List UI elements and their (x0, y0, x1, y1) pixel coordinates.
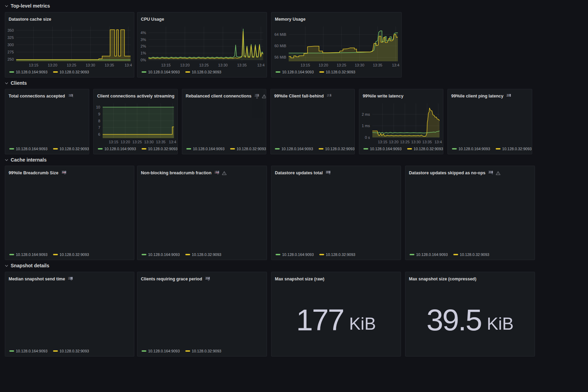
panel-header[interactable]: CPU Usage (137, 12, 267, 24)
legend-item[interactable]: 10.128.0.32:9093 (185, 252, 221, 257)
chart-area[interactable] (5, 177, 134, 251)
panel-header[interactable]: Total connections accepted 00.0050.010.0… (5, 89, 89, 101)
legend-item[interactable]: 10.128.0.32:9093 (53, 70, 89, 74)
panel-header[interactable]: Datastore updates total 024681013:1513:2… (271, 166, 401, 177)
svg-text:7: 7 (98, 125, 100, 130)
svg-text:13:4: 13:4 (169, 140, 176, 144)
chart-area[interactable] (405, 177, 535, 251)
warning-icon[interactable]: 00.0050.010.0150.0213:2013:3013:4 (68, 94, 73, 99)
legend-label: 10.128.0.32:9093 (60, 349, 89, 353)
section-header-top-level-metrics[interactable]: Top-level metrics (5, 3, 50, 9)
panel-header[interactable]: 99%ile Breadcrumb Size 02040608010013:15… (5, 166, 134, 177)
info-icon[interactable]: 024681013:1513:2013:2513:3013:3513:4 (326, 171, 330, 175)
panel-header[interactable]: 99%ile write latency (359, 89, 443, 101)
legend-item[interactable]: 10.128.0.164:9093 (142, 70, 180, 74)
chart-area[interactable]: 0 s1 ms2 ms13:1513:2013:2513:3013:3513:4 (359, 101, 443, 145)
info-icon[interactable]: 0 s5 ms10 ms15 ms20 ms25 ms30 ms13:1513:… (68, 277, 73, 281)
panel-header[interactable]: Clients requiring grace period 020406080… (137, 272, 267, 283)
chart-area[interactable]: 67891013:1513:2013:2513:3013:3513:4 (94, 101, 177, 145)
legend-item[interactable]: 10.128.0.32:9093 (185, 70, 221, 74)
info-icon[interactable]: 0%20%40%60%80%100%13:1513:2013:2513:3013… (215, 171, 219, 175)
panel-header[interactable]: Non-blocking breadcrumb fraction 0%20%40… (137, 166, 267, 177)
section-header-snapshot-details[interactable]: Snapshot details (5, 262, 49, 269)
legend-item[interactable]: 10.128.0.32:9093 (53, 349, 89, 353)
panel-header[interactable]: Max snapshot size (compressed) (405, 272, 535, 283)
panel-header[interactable]: Rebalanced client connenctions 020406080… (182, 89, 266, 101)
panel-header[interactable]: Datastore updates skipped as no-ops 00.5… (405, 166, 535, 177)
panel-header[interactable]: Max snapshot size (raw) (271, 272, 401, 283)
svg-text:13:25: 13:25 (337, 63, 346, 67)
legend-item[interactable]: 10.128.0.32:9093 (185, 349, 221, 353)
info-icon[interactable]: 00.511.522.533.513:1513:2013:2513:3013:3… (488, 171, 493, 175)
chart-area[interactable] (271, 177, 401, 251)
section-header-clients[interactable]: Clients (5, 80, 27, 86)
panel-header[interactable]: Memory Usage (271, 12, 401, 24)
legend-swatch (407, 148, 412, 149)
legend-item[interactable]: 10.128.0.164:9093 (98, 147, 136, 151)
chart-area[interactable] (182, 101, 266, 145)
chart-area[interactable]: 56 MiB60 MiB64 MiB13:1513:2013:2513:3013… (271, 24, 401, 68)
info-icon[interactable]: 2 ms4 ms6 ms13:1513:2013:2513:3013:3513:… (506, 94, 511, 99)
legend-item[interactable]: 10.128.0.32:9093 (453, 252, 489, 257)
chart-area[interactable] (137, 177, 267, 251)
svg-text:4%: 4% (141, 31, 146, 35)
legend-item[interactable]: 10.128.0.32:9093 (142, 147, 178, 151)
panel-header[interactable]: Datastore cache size (5, 12, 134, 24)
legend: 10.128.0.164:9093 10.128.0.32:9093 (271, 68, 401, 77)
svg-text:13:4: 13:4 (68, 277, 73, 280)
chart-area[interactable]: 0%1%2%3%4%13:1513:2013:2513:3013:3513:4 (137, 24, 267, 68)
svg-text:13:30: 13:30 (86, 63, 95, 67)
info-icon[interactable]: 02040608010013:2013:3013:4Number of drop… (255, 94, 259, 99)
panel-header[interactable]: Median snapshot send time 0 s5 ms10 ms15… (5, 272, 134, 283)
chart-area[interactable] (5, 101, 89, 145)
legend-item[interactable]: 10.128.0.164:9093 (9, 252, 48, 257)
legend-item[interactable]: 10.128.0.32:9093 (53, 252, 89, 257)
warning-icon[interactable] (222, 171, 227, 175)
legend-item[interactable]: 10.128.0.164:9093 (142, 252, 180, 257)
chevron-down-icon (5, 4, 8, 8)
panel-header[interactable]: 99%ile client ping latency 2 ms4 ms6 ms1… (448, 89, 532, 101)
stat-value: 177 (296, 305, 344, 335)
legend-swatch (53, 350, 58, 352)
legend-item[interactable]: 10.128.0.164:9093 (276, 70, 314, 74)
warning-icon[interactable] (496, 171, 501, 175)
legend-item[interactable]: 10.128.0.164:9093 (363, 147, 402, 151)
svg-text:9: 9 (98, 112, 100, 116)
legend-item[interactable]: 10.128.0.164:9093 (410, 252, 448, 257)
info-icon[interactable]: 0 s200 µs400 µs600 µs13:2013:3013:4 (327, 94, 331, 99)
panel-header-icons: 0%20%40%60%80%100%13:1513:2013:2513:3013… (215, 171, 227, 175)
legend-item[interactable]: 10.128.0.32:9093 (407, 147, 443, 151)
legend: 10.128.0.164:9093 10.128.0.32:9093 (271, 251, 401, 260)
chart-area[interactable] (137, 283, 267, 347)
svg-text:13:15: 13:15 (29, 63, 39, 67)
info-icon[interactable]: 02040608010013:1513:2013:2513:3013:3513:… (205, 277, 210, 281)
chart-area[interactable] (271, 101, 354, 145)
svg-text:13:15: 13:15 (109, 140, 118, 144)
panel-header[interactable]: 99%ile Client fall-behind 0 s200 µs400 µ… (271, 89, 354, 101)
svg-text:13:35: 13:35 (156, 140, 166, 144)
panel-header[interactable]: Client connections actively streaming (94, 89, 177, 101)
legend-item[interactable]: 10.128.0.164:9093 (9, 70, 48, 74)
panel-99-ile-client-fall-behind: 99%ile Client fall-behind 0 s200 µs400 µ… (270, 89, 355, 154)
legend-item[interactable]: 10.128.0.164:9093 (9, 349, 48, 353)
panel-title: 99%ile client ping latency (451, 94, 503, 99)
legend-item[interactable]: 10.128.0.164:9093 (276, 252, 314, 257)
legend-item[interactable]: 10.128.0.32:9093 (319, 252, 355, 257)
svg-text:60 MiB: 60 MiB (275, 44, 286, 48)
legend-label: 10.128.0.164:9093 (16, 70, 48, 74)
panel-header-icons: 02040608010013:1513:2013:2513:3013:3513:… (205, 277, 210, 281)
legend-item[interactable]: 10.128.0.164:9093 (142, 349, 180, 353)
legend-item[interactable]: 10.128.0.32:9093 (319, 70, 355, 74)
panel-median-snapshot-send-time: Median snapshot send time 0 s5 ms10 ms15… (5, 272, 134, 357)
chart-area[interactable] (448, 101, 532, 145)
warning-icon[interactable] (262, 94, 266, 99)
stat-value-wrap: 177 KiB (271, 283, 401, 356)
svg-text:0%: 0% (141, 58, 146, 62)
chart-area[interactable] (5, 283, 134, 347)
chart-area[interactable]: 25027530032535013:1513:2013:2513:3013:35… (5, 24, 134, 68)
svg-text:Number of dropped connection: Number of dropped connection (255, 94, 259, 99)
legend-label: 10.128.0.164:9093 (282, 252, 314, 257)
section-header-cache-internals[interactable]: Cache internals (5, 157, 47, 163)
info-icon[interactable]: 02040608010013:1513:2013:2513:3013:3513:… (62, 171, 66, 175)
svg-text:13:20: 13:20 (121, 140, 130, 144)
